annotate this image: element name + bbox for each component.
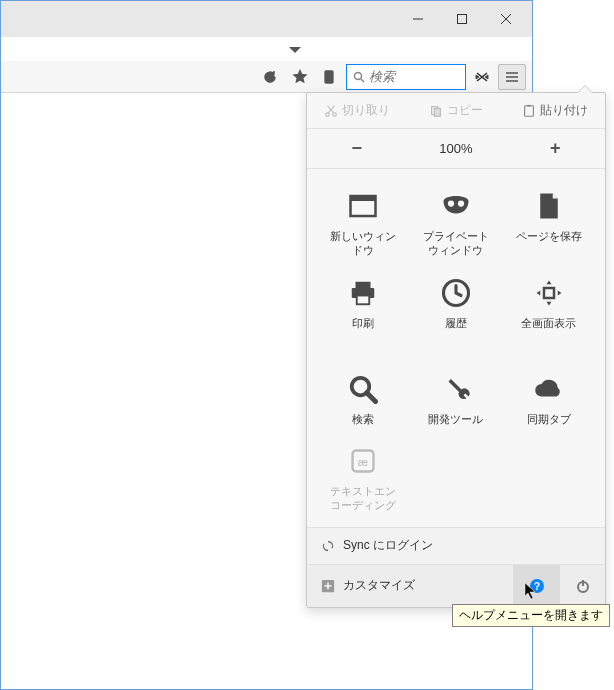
text-encoding-label: テキストエン コーディング — [330, 484, 396, 513]
fullscreen-label: 全画面表示 — [521, 316, 576, 330]
reload-icon — [262, 69, 278, 85]
titlebar — [1, 1, 532, 37]
new-window-label: 新しいウィン ドウ — [330, 229, 396, 258]
svg-rect-1 — [458, 15, 467, 24]
text-encoding-button[interactable]: æ テキストエン コーディング — [317, 438, 410, 519]
tabs-dropdown[interactable] — [287, 41, 303, 59]
private-window-label: プライベート ウィンドウ — [423, 229, 489, 258]
quit-button[interactable] — [559, 565, 605, 607]
sync-signin-button[interactable]: Sync にログイン — [307, 527, 605, 565]
wrench-icon — [441, 374, 471, 404]
page-icon — [534, 191, 564, 221]
copy-label: コピー — [447, 102, 483, 119]
edit-row: 切り取り コピー 貼り付け — [307, 93, 605, 129]
svg-line-7 — [361, 79, 364, 82]
svg-rect-25 — [357, 295, 370, 304]
copy-button[interactable]: コピー — [406, 102, 505, 119]
print-label: 印刷 — [352, 316, 374, 330]
power-icon — [575, 578, 591, 594]
maximize-button[interactable] — [440, 5, 484, 33]
clock-icon — [441, 278, 471, 308]
new-window-button[interactable]: 新しいウィン ドウ — [317, 183, 410, 264]
maximize-icon — [456, 13, 468, 25]
plus-box-icon — [321, 579, 335, 593]
svg-text:æ: æ — [358, 455, 368, 468]
print-button[interactable]: 印刷 — [317, 270, 410, 336]
svg-rect-27 — [544, 288, 554, 298]
svg-rect-5 — [328, 73, 331, 75]
search-icon — [353, 71, 365, 83]
fullscreen-button[interactable]: 全画面表示 — [502, 270, 595, 336]
history-label: 履歴 — [445, 316, 467, 330]
overflow-icon — [474, 69, 490, 85]
devtools-button[interactable]: 開発ツール — [410, 366, 503, 432]
menu-panel: 切り取り コピー 貼り付け − 100% + 新しいウィン ドウ プライベート … — [306, 92, 606, 608]
paste-button[interactable]: 貼り付け — [506, 102, 605, 119]
svg-rect-17 — [525, 105, 534, 116]
menu-grid: 新しいウィン ドウ プライベート ウィンドウ ページを保存 印刷 履歴 全画面表… — [307, 169, 605, 527]
sync-label: Sync にログイン — [343, 537, 433, 554]
overflow-button[interactable] — [468, 64, 496, 90]
sync-icon — [321, 539, 335, 553]
save-page-label: ページを保存 — [516, 229, 582, 243]
search-box[interactable] — [346, 64, 466, 90]
customize-label: カスタマイズ — [343, 577, 415, 594]
svg-rect-16 — [434, 108, 440, 116]
scissors-icon — [324, 104, 338, 118]
svg-line-13 — [328, 105, 334, 112]
svg-point-12 — [332, 112, 336, 116]
paste-icon — [522, 104, 536, 118]
customize-button[interactable]: カスタマイズ — [307, 565, 513, 607]
svg-rect-23 — [356, 281, 371, 287]
toolbar — [1, 61, 532, 93]
bottom-row: カスタマイズ ? — [307, 565, 605, 607]
find-label: 検索 — [352, 412, 374, 426]
window-icon — [348, 191, 378, 221]
library-button[interactable] — [316, 64, 344, 90]
save-page-button[interactable]: ページを保存 — [502, 183, 595, 264]
star-icon — [292, 69, 308, 85]
encoding-icon: æ — [349, 447, 377, 475]
tooltip: ヘルプメニューを開きます — [452, 604, 610, 627]
bookmark-star-button[interactable] — [286, 64, 314, 90]
close-button[interactable] — [484, 5, 528, 33]
svg-rect-20 — [351, 196, 376, 201]
minimize-button[interactable] — [396, 5, 440, 33]
svg-point-6 — [355, 72, 362, 79]
devtools-label: 開発ツール — [428, 412, 483, 426]
zoom-value: 100% — [406, 141, 505, 156]
svg-point-22 — [458, 200, 464, 206]
svg-point-11 — [325, 112, 329, 116]
close-icon — [500, 13, 512, 25]
zoom-out-button[interactable]: − — [307, 138, 406, 159]
hamburger-icon — [504, 69, 520, 85]
cut-label: 切り取り — [342, 102, 390, 119]
private-window-button[interactable]: プライベート ウィンドウ — [410, 183, 503, 264]
search-input[interactable] — [369, 69, 449, 84]
cut-button[interactable]: 切り取り — [307, 102, 406, 119]
magnifier-icon — [348, 374, 378, 404]
cloud-icon — [534, 374, 564, 404]
menu-button[interactable] — [498, 64, 526, 90]
synced-tabs-button[interactable]: 同期タブ — [502, 366, 595, 432]
synced-tabs-label: 同期タブ — [527, 412, 571, 426]
copy-icon — [429, 104, 443, 118]
svg-line-29 — [367, 393, 376, 402]
reload-button[interactable] — [256, 64, 284, 90]
chevron-down-icon — [287, 45, 303, 55]
history-button[interactable]: 履歴 — [410, 270, 503, 336]
printer-icon — [348, 278, 378, 308]
cursor-pointer — [524, 582, 538, 606]
library-icon — [322, 69, 338, 85]
fullscreen-icon — [534, 278, 564, 308]
minimize-icon — [412, 13, 424, 25]
zoom-row: − 100% + — [307, 129, 605, 169]
svg-point-21 — [448, 200, 454, 206]
panel-arrow — [577, 85, 593, 93]
find-button[interactable]: 検索 — [317, 366, 410, 432]
paste-label: 貼り付け — [540, 102, 588, 119]
mask-icon — [441, 191, 471, 221]
svg-rect-18 — [528, 104, 532, 106]
svg-line-14 — [327, 105, 333, 112]
zoom-in-button[interactable]: + — [506, 138, 605, 159]
